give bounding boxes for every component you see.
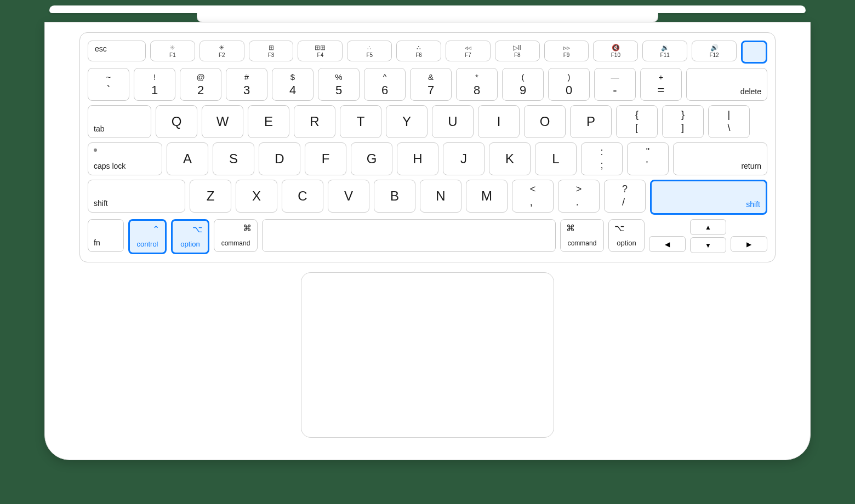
- key-semicolon[interactable]: :;: [581, 142, 623, 175]
- key-4[interactable]: $4: [272, 68, 314, 101]
- key-caps-lock[interactable]: caps lock: [88, 142, 162, 175]
- key-g[interactable]: G: [351, 142, 392, 175]
- key-f8[interactable]: ▷IIF8: [495, 41, 540, 61]
- key-s[interactable]: S: [213, 142, 254, 175]
- key-c[interactable]: C: [282, 180, 323, 213]
- key--[interactable]: —-: [594, 68, 636, 101]
- fn-icon: ⊞: [269, 44, 274, 51]
- key-return-label: return: [741, 162, 761, 170]
- speaker-grille-right: [788, 39, 802, 427]
- key-fn-label: fn: [94, 238, 100, 247]
- key-arrow-left[interactable]: ◀: [649, 236, 686, 252]
- key-t[interactable]: T: [340, 105, 381, 138]
- key-f[interactable]: F: [305, 142, 346, 175]
- key-8[interactable]: *8: [456, 68, 498, 101]
- trackpad[interactable]: [301, 272, 554, 438]
- key-comma[interactable]: <,: [512, 180, 554, 213]
- key-f11[interactable]: 🔉F11: [642, 41, 687, 61]
- key-1[interactable]: !1: [134, 68, 175, 101]
- keyboard: esc ☀︎F1☀︎F2⊞F3⊞⊞F4∴F5∴F6◃◃F7▷IIF8▹▹F9🔇F…: [79, 32, 776, 262]
- arrow-down-icon: ▼: [705, 242, 711, 249]
- key-w[interactable]: W: [202, 105, 243, 138]
- fn-icon: ▷II: [513, 44, 522, 51]
- fn-label: F2: [219, 52, 225, 58]
- key-e[interactable]: E: [248, 105, 289, 138]
- key-arrow-down[interactable]: ▼: [690, 237, 727, 253]
- key-o[interactable]: O: [524, 105, 566, 138]
- fn-label: F6: [415, 52, 422, 58]
- key-6[interactable]: ^6: [364, 68, 406, 101]
- key-=[interactable]: +=: [640, 68, 682, 101]
- key-7[interactable]: &7: [410, 68, 452, 101]
- fn-label: F11: [660, 52, 670, 58]
- key-d[interactable]: D: [259, 142, 300, 175]
- key-backslash[interactable]: |\: [708, 105, 750, 138]
- key-arrow-up[interactable]: ▲: [690, 219, 727, 235]
- laptop-lid: [49, 5, 806, 22]
- key-space[interactable]: [262, 219, 556, 252]
- key-fn[interactable]: fn: [88, 219, 124, 252]
- key-shift-right-label: shift: [746, 200, 760, 209]
- key-h[interactable]: H: [397, 142, 438, 175]
- key-return[interactable]: return: [673, 142, 767, 175]
- key-f2[interactable]: ☀︎F2: [200, 41, 244, 61]
- key-bracket-left[interactable]: {[: [616, 105, 658, 138]
- key-j[interactable]: J: [443, 142, 485, 175]
- key-f4[interactable]: ⊞⊞F4: [298, 41, 343, 61]
- key-k[interactable]: K: [489, 142, 531, 175]
- key-9[interactable]: (9: [502, 68, 544, 101]
- key-5[interactable]: %5: [318, 68, 360, 101]
- key-m[interactable]: M: [466, 180, 508, 213]
- key-period[interactable]: >.: [558, 180, 600, 213]
- key-slash[interactable]: ?/: [604, 180, 646, 213]
- key-q[interactable]: Q: [156, 105, 197, 138]
- key-x[interactable]: X: [236, 180, 277, 213]
- key-f7[interactable]: ◃◃F7: [446, 41, 491, 61]
- key-shift-right[interactable]: shift: [650, 180, 767, 215]
- key-f5[interactable]: ∴F5: [347, 41, 392, 61]
- key-z[interactable]: Z: [190, 180, 231, 213]
- key-u[interactable]: U: [432, 105, 474, 138]
- key-arrow-right[interactable]: ▶: [731, 236, 767, 252]
- key-tab[interactable]: tab: [88, 105, 151, 138]
- key-0[interactable]: )0: [548, 68, 590, 101]
- key-shift-left[interactable]: shift: [88, 180, 185, 213]
- key-command-right-label: command: [561, 239, 603, 247]
- key-3[interactable]: #3: [226, 68, 267, 101]
- key-2[interactable]: @2: [180, 68, 221, 101]
- fn-icon: ∴: [417, 44, 421, 51]
- key-a[interactable]: A: [167, 142, 208, 175]
- key-`[interactable]: ~`: [88, 68, 129, 101]
- key-command-left[interactable]: ⌘ command: [214, 219, 258, 252]
- key-option-left[interactable]: ⌥ option: [171, 219, 209, 254]
- key-f3[interactable]: ⊞F3: [249, 41, 294, 61]
- key-f12[interactable]: 🔊F12: [692, 41, 737, 61]
- key-touch-id[interactable]: [741, 41, 767, 64]
- key-esc-label: esc: [95, 44, 107, 53]
- fn-icon: 🔊: [710, 44, 719, 51]
- key-v[interactable]: V: [328, 180, 369, 213]
- key-p[interactable]: P: [570, 105, 612, 138]
- key-i[interactable]: I: [478, 105, 520, 138]
- key-delete[interactable]: delete: [686, 68, 767, 101]
- key-option-right[interactable]: ⌥ option: [608, 219, 645, 252]
- key-f6[interactable]: ∴F6: [396, 41, 441, 61]
- key-r[interactable]: R: [294, 105, 335, 138]
- key-y[interactable]: Y: [386, 105, 428, 138]
- key-bracket-right[interactable]: }]: [662, 105, 704, 138]
- key-f10[interactable]: 🔇F10: [593, 41, 638, 61]
- key-b[interactable]: B: [374, 180, 415, 213]
- fn-icon: ◃◃: [465, 44, 471, 51]
- key-quote[interactable]: "': [627, 142, 669, 175]
- key-f1[interactable]: ☀︎F1: [150, 41, 195, 61]
- fn-icon: 🔉: [661, 44, 669, 51]
- key-control[interactable]: ⌃ control: [128, 219, 167, 254]
- arrow-key-cluster: ◀ ▲ ▼ ▶: [649, 219, 767, 254]
- key-command-right[interactable]: ⌘ command: [560, 219, 604, 252]
- key-n[interactable]: N: [420, 180, 461, 213]
- key-shift-left-label: shift: [94, 199, 108, 208]
- key-esc[interactable]: esc: [88, 41, 146, 61]
- key-l[interactable]: L: [535, 142, 577, 175]
- fn-icon: 🔇: [612, 44, 620, 51]
- key-f9[interactable]: ▹▹F9: [544, 41, 589, 61]
